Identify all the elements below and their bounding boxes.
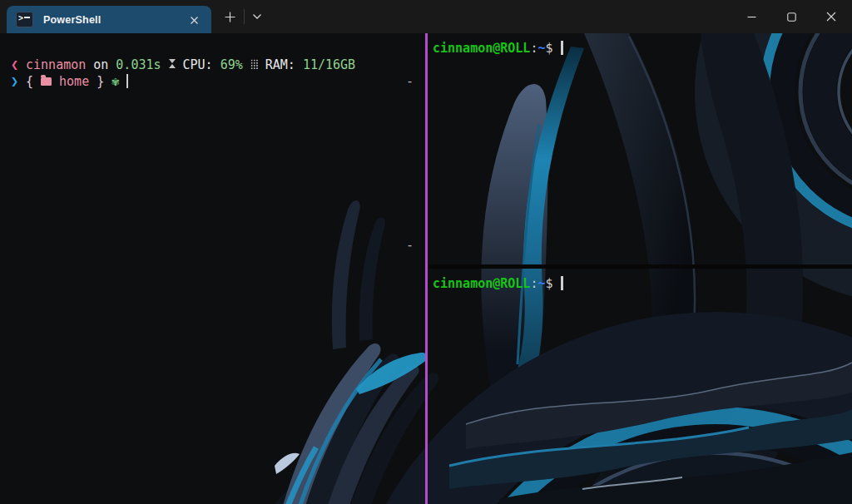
tab-label: PowerShell xyxy=(43,14,101,26)
flower-icon: ✾ xyxy=(111,74,119,89)
hourglass-icon xyxy=(169,59,176,68)
prompt-left-chevron: ❮ xyxy=(11,57,18,72)
titlebar-separator xyxy=(244,9,245,24)
memory-icon xyxy=(250,59,258,70)
bash-dollar: $ xyxy=(545,41,552,56)
prompt-line-2: ❯{home}✾ xyxy=(11,73,425,90)
pane-top-right-bash[interactable]: cinnamon@ROLL:~$ xyxy=(428,33,852,264)
scrollbar-mark-middle: - xyxy=(406,237,414,254)
cpu-value: 69% xyxy=(220,57,243,72)
folder-name: home xyxy=(59,74,89,89)
maximize-icon xyxy=(787,12,796,22)
bash-prompt: cinnamon@ROLL:~$ xyxy=(433,275,852,292)
prompt-user: cinnamon xyxy=(26,57,86,72)
plus-icon xyxy=(225,12,235,22)
prompt-right-chevron: ❯ xyxy=(11,74,18,89)
bash-dollar: $ xyxy=(545,276,552,291)
cursor-bottom-right-pane xyxy=(561,276,563,290)
bash-userhost: cinnamon@ROLL xyxy=(433,276,530,291)
bash-userhost: cinnamon@ROLL xyxy=(433,41,530,56)
maximize-button[interactable] xyxy=(772,0,810,33)
tab-dropdown-button[interactable] xyxy=(246,0,268,33)
scrollbar-mark-top: - xyxy=(406,73,414,90)
bash-prompt: cinnamon@ROLL:~$ xyxy=(433,40,852,57)
ram-value: 11/16GB xyxy=(303,57,355,72)
new-tab-button[interactable] xyxy=(216,0,243,33)
chevron-down-icon xyxy=(252,13,262,20)
brace-open: { xyxy=(26,74,33,89)
cursor-top-right-pane xyxy=(561,41,563,55)
terminal-window: > PowerShell xyxy=(0,0,852,504)
close-button[interactable] xyxy=(812,0,850,33)
pane-bottom-right-bash[interactable]: cinnamon@ROLL:~$ xyxy=(428,269,852,504)
ram-label: RAM: xyxy=(265,57,295,72)
pane-left-powershell[interactable]: ❮cinnamonon0.031sCPU:69%RAM:11/16GB ❯{ho… xyxy=(0,33,425,504)
prompt-line-1: ❮cinnamonon0.031sCPU:69%RAM:11/16GB xyxy=(11,57,425,73)
powershell-icon: > xyxy=(16,12,33,27)
cpu-label: CPU: xyxy=(183,57,213,72)
tab-close-icon[interactable] xyxy=(186,12,201,27)
minimize-icon xyxy=(747,12,756,22)
cursor-left-pane xyxy=(126,74,128,88)
prompt-duration: 0.031s xyxy=(116,57,161,72)
terminal-content: ❮cinnamonon0.031sCPU:69%RAM:11/16GB ❯{ho… xyxy=(0,33,852,504)
folder-icon xyxy=(41,77,52,86)
minimize-button[interactable] xyxy=(732,0,770,33)
tab-powershell[interactable]: > PowerShell xyxy=(7,6,211,33)
titlebar: > PowerShell xyxy=(0,0,852,33)
close-icon xyxy=(826,12,836,22)
brace-close: } xyxy=(97,74,104,89)
prompt-on: on xyxy=(93,57,108,72)
